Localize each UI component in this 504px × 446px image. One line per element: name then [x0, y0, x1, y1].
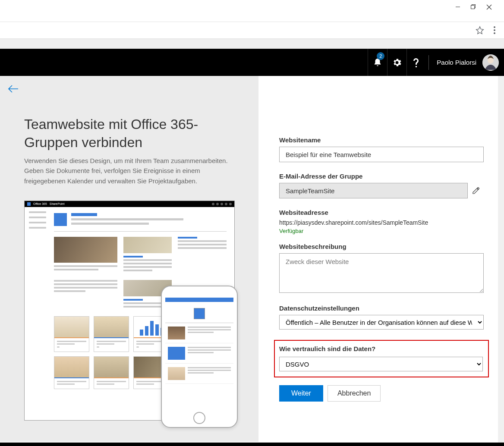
user-name[interactable]: Paolo Pialorsi	[437, 59, 476, 66]
separator	[428, 55, 429, 70]
notifications-button[interactable]: 2	[368, 49, 387, 76]
site-address-status: Verfügbar	[279, 228, 480, 234]
page-title: Teamwebsite mit Office 365-Gruppen verbi…	[24, 116, 243, 151]
maximize-button[interactable]	[471, 4, 476, 9]
form-buttons: Weiter Abbrechen	[279, 385, 480, 402]
bookmark-star-icon[interactable]	[476, 26, 484, 35]
suite-bar: 2 Paolo Pialorsi	[0, 49, 504, 76]
minimize-button[interactable]	[455, 4, 460, 9]
group-email-input[interactable]	[279, 183, 468, 198]
close-icon[interactable]	[486, 4, 492, 10]
cancel-button[interactable]: Abbrechen	[328, 385, 381, 402]
sensitivity-select[interactable]: DSGVO	[279, 357, 483, 371]
svg-point-7	[494, 32, 495, 34]
site-address-field: Websiteadresse https://piasysdev.sharepo…	[279, 209, 480, 234]
phone-preview	[161, 286, 238, 428]
svg-rect-11	[145, 326, 148, 336]
settings-button[interactable]	[387, 49, 406, 76]
content: Teamwebsite mit Office 365-Gruppen verbi…	[0, 76, 498, 442]
svg-rect-13	[155, 324, 159, 336]
browser-menu-icon[interactable]	[490, 26, 499, 35]
sensitivity-highlight: Wie vertraulich sind die Daten? DSGVO	[274, 340, 489, 377]
site-name-input[interactable]	[279, 147, 484, 162]
bottom-bar	[0, 443, 504, 446]
site-description-input[interactable]	[279, 253, 484, 293]
svg-point-5	[494, 26, 495, 28]
form-pane: Websitename E-Mail-Adresse der Gruppe We…	[258, 76, 498, 442]
group-email-label: E-Mail-Adresse der Gruppe	[279, 173, 480, 180]
privacy-select[interactable]: Öffentlich – Alle Benutzer in der Organi…	[279, 315, 484, 330]
tab-strip	[0, 39, 504, 49]
edit-email-icon[interactable]	[472, 187, 480, 195]
notifications-badge: 2	[377, 52, 384, 60]
site-address-url: https://piasysdev.sharepoint.com/sites/S…	[279, 219, 480, 226]
svg-point-6	[494, 29, 495, 31]
privacy-label: Datenschutzeinstellungen	[279, 305, 480, 312]
page-description: Verwenden Sie dieses Design, um mit Ihre…	[24, 156, 243, 186]
svg-rect-12	[150, 321, 154, 336]
svg-rect-10	[140, 330, 143, 336]
window-controls	[455, 0, 504, 14]
site-description-label: Websitebeschreibung	[279, 243, 480, 250]
site-description-field: Websitebeschreibung	[279, 243, 480, 294]
browser-toolbar	[0, 22, 504, 39]
next-button[interactable]: Weiter	[279, 385, 323, 402]
avatar[interactable]	[482, 54, 499, 71]
preview-product-label: SharePoint	[50, 202, 65, 205]
sensitivity-label: Wie vertraulich sind die Daten?	[279, 345, 484, 352]
scrollbar[interactable]	[498, 76, 504, 443]
site-name-label: Websitename	[279, 136, 480, 144]
help-button[interactable]	[406, 49, 426, 76]
design-preview: Office 365 SharePoint	[24, 201, 235, 421]
preview-app-label: Office 365	[33, 202, 47, 205]
svg-rect-2	[471, 6, 475, 9]
back-button[interactable]	[8, 85, 19, 93]
site-name-field: Websitename	[279, 136, 480, 162]
privacy-field: Datenschutzeinstellungen Öffentlich – Al…	[279, 305, 480, 330]
site-address-label: Websiteadresse	[279, 209, 480, 216]
left-pane: Teamwebsite mit Office 365-Gruppen verbi…	[0, 76, 258, 442]
group-email-field: E-Mail-Adresse der Gruppe	[279, 173, 480, 198]
